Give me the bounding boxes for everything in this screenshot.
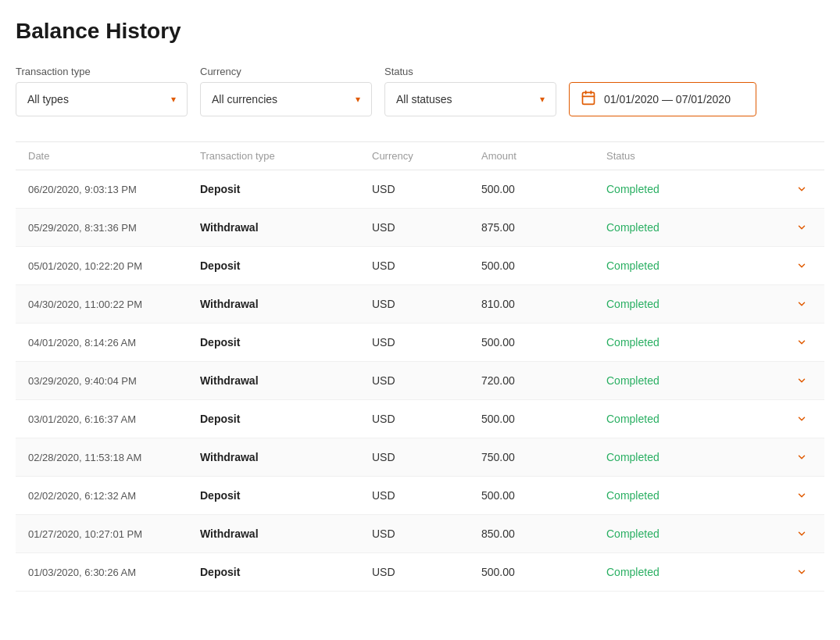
cell-status: Completed — [606, 221, 778, 234]
cell-status: Completed — [606, 413, 778, 425]
currency-value: All currencies — [212, 93, 277, 105]
table-row: 04/01/2020, 8:14:26 AM Deposit USD 500.0… — [16, 324, 824, 362]
date-range-picker[interactable]: 01/01/2020 — 07/01/2020 — [569, 82, 756, 116]
cell-date: 03/29/2020, 9:40:04 PM — [28, 375, 200, 387]
cell-type: Deposit — [200, 259, 372, 272]
cell-status: Completed — [606, 489, 778, 502]
cell-status: Completed — [606, 336, 778, 349]
cell-status: Completed — [606, 451, 778, 463]
cell-amount: 500.00 — [481, 259, 606, 272]
expand-row-button[interactable] — [778, 222, 825, 233]
cell-date: 02/02/2020, 6:12:32 AM — [28, 490, 200, 502]
currency-label: Currency — [200, 66, 372, 77]
table-row: 05/29/2020, 8:31:36 PM Withdrawal USD 87… — [16, 209, 824, 247]
expand-row-button[interactable] — [778, 299, 825, 309]
table-row: 03/01/2020, 6:16:37 AM Deposit USD 500.0… — [16, 400, 824, 438]
expand-row-button[interactable] — [778, 337, 825, 348]
transaction-type-select[interactable]: All types ▾ — [16, 82, 188, 116]
cell-currency: USD — [372, 336, 481, 349]
cell-currency: USD — [372, 298, 481, 310]
table-header: Date Transaction type Currency Amount St… — [16, 141, 824, 170]
cell-date: 01/03/2020, 6:30:26 AM — [28, 567, 200, 578]
expand-row-button[interactable] — [778, 184, 825, 195]
expand-row-button[interactable] — [778, 413, 825, 424]
cell-currency: USD — [372, 566, 481, 578]
cell-date: 03/01/2020, 6:16:37 AM — [28, 413, 200, 425]
calendar-icon — [581, 90, 596, 109]
cell-amount: 720.00 — [481, 374, 606, 387]
cell-date: 01/27/2020, 10:27:01 PM — [28, 528, 200, 540]
cell-currency: USD — [372, 413, 481, 425]
status-filter-group: Status All statuses ▾ — [384, 66, 556, 116]
col-header-currency: Currency — [372, 150, 481, 162]
cell-amount: 810.00 — [481, 298, 606, 310]
cell-date: 02/28/2020, 11:53:18 AM — [28, 452, 200, 463]
cell-amount: 500.00 — [481, 336, 606, 349]
cell-status: Completed — [606, 298, 778, 310]
cell-currency: USD — [372, 374, 481, 387]
transaction-type-label: Transaction type — [16, 66, 188, 77]
cell-currency: USD — [372, 221, 481, 234]
transaction-type-value: All types — [27, 93, 69, 105]
expand-row-button[interactable] — [778, 260, 825, 271]
col-header-status: Status — [606, 150, 778, 162]
filters-row: Transaction type All types ▾ Currency Al… — [16, 66, 824, 116]
cell-date: 04/30/2020, 11:00:22 PM — [28, 299, 200, 310]
table-row: 04/30/2020, 11:00:22 PM Withdrawal USD 8… — [16, 285, 824, 324]
cell-type: Withdrawal — [200, 298, 372, 310]
cell-status: Completed — [606, 259, 778, 272]
table-row: 06/20/2020, 9:03:13 PM Deposit USD 500.0… — [16, 170, 824, 209]
cell-status: Completed — [606, 374, 778, 387]
cell-date: 06/20/2020, 9:03:13 PM — [28, 184, 200, 195]
expand-row-button[interactable] — [778, 490, 825, 501]
cell-currency: USD — [372, 451, 481, 463]
date-range-value: 01/01/2020 — 07/01/2020 — [604, 93, 731, 105]
cell-status: Completed — [606, 527, 778, 540]
col-header-expand — [778, 150, 825, 162]
expand-row-button[interactable] — [778, 452, 825, 463]
table-row: 02/28/2020, 11:53:18 AM Withdrawal USD 7… — [16, 438, 824, 477]
expand-row-button[interactable] — [778, 375, 825, 386]
status-chevron-icon: ▾ — [540, 94, 545, 105]
currency-select[interactable]: All currencies ▾ — [200, 82, 372, 116]
cell-type: Deposit — [200, 489, 372, 502]
col-header-type: Transaction type — [200, 150, 372, 162]
cell-amount: 850.00 — [481, 527, 606, 540]
table-row: 01/03/2020, 6:30:26 AM Deposit USD 500.0… — [16, 553, 824, 592]
cell-date: 05/29/2020, 8:31:36 PM — [28, 222, 200, 234]
svg-rect-0 — [583, 92, 595, 104]
status-select[interactable]: All statuses ▾ — [384, 82, 556, 116]
currency-filter-group: Currency All currencies ▾ — [200, 66, 372, 116]
cell-amount: 500.00 — [481, 489, 606, 502]
cell-status: Completed — [606, 566, 778, 578]
cell-amount: 500.00 — [481, 566, 606, 578]
table-row: 02/02/2020, 6:12:32 AM Deposit USD 500.0… — [16, 477, 824, 515]
page-title: Balance History — [16, 19, 824, 44]
cell-type: Withdrawal — [200, 527, 372, 540]
transactions-table: Date Transaction type Currency Amount St… — [16, 141, 824, 592]
cell-date: 05/01/2020, 10:22:20 PM — [28, 260, 200, 272]
table-row: 05/01/2020, 10:22:20 PM Deposit USD 500.… — [16, 247, 824, 285]
cell-amount: 500.00 — [481, 183, 606, 195]
status-value: All statuses — [396, 93, 452, 105]
table-row: 01/27/2020, 10:27:01 PM Withdrawal USD 8… — [16, 515, 824, 553]
table-body: 06/20/2020, 9:03:13 PM Deposit USD 500.0… — [16, 170, 824, 592]
expand-row-button[interactable] — [778, 528, 825, 539]
col-header-date: Date — [28, 150, 200, 162]
cell-type: Withdrawal — [200, 221, 372, 234]
cell-type: Withdrawal — [200, 451, 372, 463]
expand-row-button[interactable] — [778, 567, 825, 577]
col-header-amount: Amount — [481, 150, 606, 162]
cell-type: Withdrawal — [200, 374, 372, 387]
cell-type: Deposit — [200, 183, 372, 195]
cell-date: 04/01/2020, 8:14:26 AM — [28, 337, 200, 349]
cell-currency: USD — [372, 489, 481, 502]
cell-amount: 875.00 — [481, 221, 606, 234]
cell-currency: USD — [372, 527, 481, 540]
cell-amount: 500.00 — [481, 413, 606, 425]
status-label: Status — [384, 66, 556, 77]
cell-type: Deposit — [200, 566, 372, 578]
currency-chevron-icon: ▾ — [356, 94, 360, 105]
cell-status: Completed — [606, 183, 778, 195]
table-row: 03/29/2020, 9:40:04 PM Withdrawal USD 72… — [16, 362, 824, 400]
